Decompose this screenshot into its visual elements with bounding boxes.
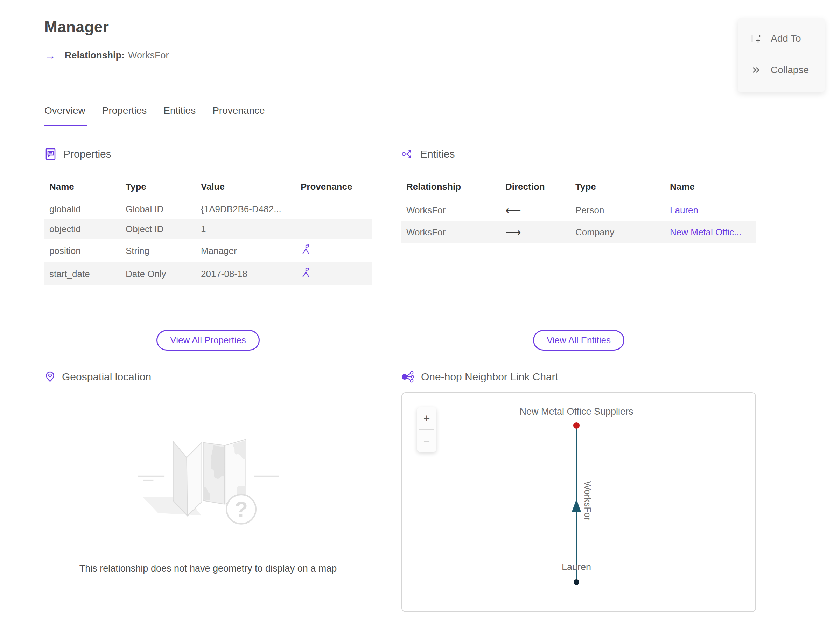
company-node[interactable] xyxy=(573,422,579,429)
geospatial-heading-label: Geospatial location xyxy=(62,371,151,383)
entity-type: Person xyxy=(570,199,665,221)
properties-icon xyxy=(44,148,57,160)
col-header-name: Name xyxy=(44,177,121,199)
entity-relationship: WorksFor xyxy=(401,221,501,244)
property-provenance xyxy=(296,262,372,285)
tab-provenance[interactable]: Provenance xyxy=(212,105,266,127)
table-row: start_date Date Only 2017-08-18 xyxy=(44,262,372,285)
entity-name-link[interactable]: Lauren xyxy=(665,199,756,221)
provenance-flag-icon[interactable] xyxy=(301,267,311,278)
zoom-out-button[interactable]: − xyxy=(417,430,436,452)
top-node-label: New Metal Office Suppliers xyxy=(519,406,633,417)
geospatial-heading: Geospatial location xyxy=(44,369,372,384)
property-value: 2017-08-18 xyxy=(196,262,296,285)
map-pin-icon xyxy=(44,371,56,383)
entities-icon xyxy=(401,148,414,160)
property-name: start_date xyxy=(44,262,121,285)
entity-direction-arrow: ⟶ xyxy=(501,221,570,244)
entities-heading-label: Entities xyxy=(420,148,455,160)
property-provenance xyxy=(296,219,372,239)
edge-arrowhead-icon xyxy=(572,499,581,512)
property-name: objectid xyxy=(44,219,121,239)
geospatial-section: Geospatial location ? This relationship … xyxy=(44,369,372,574)
map-placeholder-illustration: ? xyxy=(133,405,284,527)
entities-header-row: Relationship Direction Type Name xyxy=(401,177,756,199)
relationship-subtitle: → Relationship: WorksFor xyxy=(44,50,169,61)
action-menu: Add To Collapse xyxy=(738,18,824,92)
properties-table: Name Type Value Provenance globalid Glob… xyxy=(44,177,372,285)
view-all-properties-button[interactable]: View All Properties xyxy=(156,330,259,351)
collapse-label: Collapse xyxy=(771,65,809,76)
collapse-button[interactable]: Collapse xyxy=(750,65,824,76)
properties-section-heading: Properties xyxy=(44,146,372,162)
property-type: Date Only xyxy=(121,262,196,285)
property-name: globalid xyxy=(44,199,121,219)
col-header-value: Value xyxy=(196,177,296,199)
no-geometry-message: This relationship does not have geometry… xyxy=(44,563,372,574)
link-chart-canvas[interactable]: + − New Metal Office Suppliers WorksFor … xyxy=(401,392,756,612)
entity-type: Company xyxy=(570,221,665,244)
table-row: globalid Global ID {1A9DB2B6-D482... xyxy=(44,199,372,219)
property-name: position xyxy=(44,239,121,262)
properties-heading-label: Properties xyxy=(63,148,111,160)
zoom-control: + − xyxy=(417,407,436,452)
bottom-node-label: Lauren xyxy=(562,562,591,573)
tab-overview[interactable]: Overview xyxy=(44,105,87,127)
table-row: objectid Object ID 1 xyxy=(44,219,372,239)
relationship-arrow-icon: → xyxy=(44,50,56,61)
provenance-flag-icon[interactable] xyxy=(301,244,311,255)
entity-name-link[interactable]: New Metal Offic... xyxy=(665,221,756,244)
tab-bar: Overview Properties Entities Provenance xyxy=(44,105,266,127)
property-type: Global ID xyxy=(121,199,196,219)
tab-properties[interactable]: Properties xyxy=(102,105,148,127)
property-type: Object ID xyxy=(121,219,196,239)
relationship-detail-page: Manager → Relationship: WorksFor Add To … xyxy=(0,0,840,636)
entities-table: Relationship Direction Type Name WorksFo… xyxy=(401,177,756,244)
entities-section-heading: Entities xyxy=(401,146,756,162)
property-type: String xyxy=(121,239,196,262)
header: Manager → Relationship: WorksFor xyxy=(44,18,169,61)
right-column: Entities Relationship Direction Type Nam… xyxy=(401,146,756,244)
page-title: Manager xyxy=(44,18,169,36)
add-to-label: Add To xyxy=(771,33,801,44)
relationship-value: WorksFor xyxy=(128,50,169,61)
col-header-direction: Direction xyxy=(501,177,570,199)
col-header-relationship: Relationship xyxy=(401,177,501,199)
col-header-provenance: Provenance xyxy=(296,177,372,199)
edge-label: WorksFor xyxy=(582,481,593,521)
entity-direction-arrow: ⟵ xyxy=(501,199,570,221)
table-row: position String Manager xyxy=(44,239,372,262)
person-node[interactable] xyxy=(574,579,579,585)
relationship-label: Relationship: xyxy=(65,50,125,61)
view-all-entities-button[interactable]: View All Entities xyxy=(533,330,624,351)
link-chart-heading-label: One-hop Neighbor Link Chart xyxy=(421,371,558,383)
property-value: Manager xyxy=(196,239,296,262)
col-header-name: Name xyxy=(665,177,756,199)
collapse-icon xyxy=(750,65,762,76)
svg-text:?: ? xyxy=(235,497,248,521)
property-value: {1A9DB2B6-D482... xyxy=(196,199,296,219)
add-to-button[interactable]: Add To xyxy=(750,33,824,44)
table-row: WorksFor ⟶ Company New Metal Offic... xyxy=(401,221,756,244)
left-column: Properties Name Type Value Provenance gl… xyxy=(44,146,372,285)
col-header-type: Type xyxy=(121,177,196,199)
properties-header-row: Name Type Value Provenance xyxy=(44,177,372,199)
property-provenance xyxy=(296,239,372,262)
link-chart-icon xyxy=(401,370,415,383)
property-value: 1 xyxy=(196,219,296,239)
zoom-in-button[interactable]: + xyxy=(417,407,436,429)
link-chart-section: One-hop Neighbor Link Chart + − New Meta… xyxy=(401,369,756,612)
property-provenance xyxy=(296,199,372,219)
link-chart-heading: One-hop Neighbor Link Chart xyxy=(401,369,756,384)
add-to-icon xyxy=(750,33,762,44)
entity-relationship: WorksFor xyxy=(401,199,501,221)
tab-entities[interactable]: Entities xyxy=(163,105,197,127)
col-header-type: Type xyxy=(570,177,665,199)
table-row: WorksFor ⟵ Person Lauren xyxy=(401,199,756,221)
